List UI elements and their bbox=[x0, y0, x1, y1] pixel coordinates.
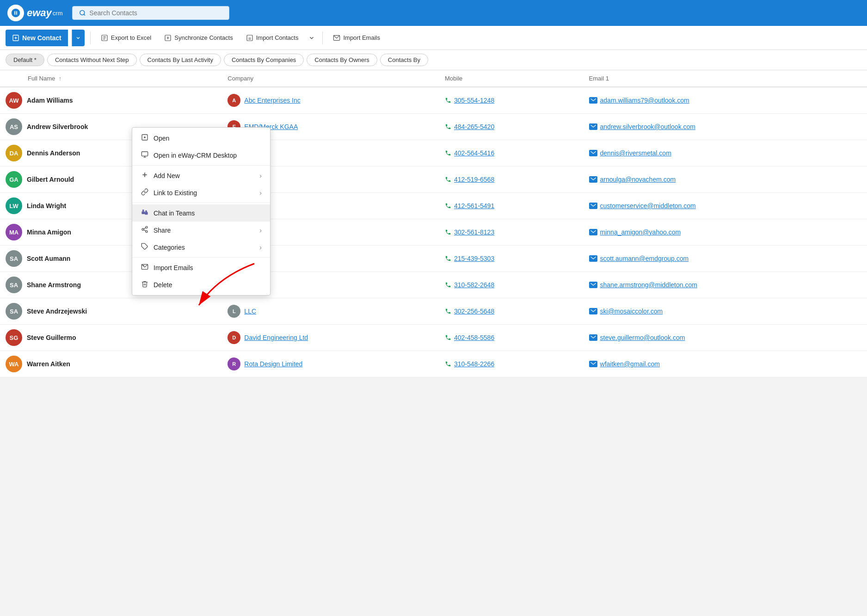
open-icon bbox=[141, 134, 149, 142]
phone-link[interactable]: 402-564-5416 bbox=[454, 149, 494, 157]
phone-link[interactable]: 215-439-5303 bbox=[454, 255, 494, 262]
phone-cell: 310-582-2648 bbox=[439, 272, 584, 298]
desktop-icon bbox=[141, 151, 149, 160]
email-icon bbox=[589, 308, 597, 314]
email-link[interactable]: minna_amigon@yahoo.com bbox=[600, 228, 681, 236]
phone-link[interactable]: 305-554-1248 bbox=[454, 97, 494, 104]
ctx-link-existing[interactable]: Link to Existing › bbox=[132, 184, 270, 201]
email-link[interactable]: adam.williams79@outlook.com bbox=[600, 97, 689, 104]
export-excel-button[interactable]: Export to Excel bbox=[96, 31, 156, 44]
phone-icon bbox=[445, 97, 451, 104]
company-cell: L LLC bbox=[222, 298, 439, 325]
col-company[interactable]: Company bbox=[222, 70, 439, 87]
phone-link[interactable]: 412-519-6568 bbox=[454, 176, 494, 183]
phone-link[interactable]: 310-548-2266 bbox=[454, 360, 494, 368]
email-link[interactable]: wfaitken@gmail.com bbox=[600, 360, 660, 368]
tab-contacts-by-companies[interactable]: Contacts By Companies bbox=[224, 54, 304, 66]
phone-link[interactable]: 484-265-5420 bbox=[454, 123, 494, 130]
table-row[interactable]: SA Shane Armstrong L ls Inc 310-582-2648… bbox=[0, 272, 867, 298]
company-link[interactable]: Rota Design Limited bbox=[244, 360, 302, 368]
toolbar-more-button[interactable] bbox=[307, 32, 317, 44]
phone-link[interactable]: 402-458-5586 bbox=[454, 334, 494, 341]
company-link[interactable]: Abc Enterprises Inc bbox=[244, 97, 300, 104]
ctx-import-emails[interactable]: Import Emails bbox=[132, 259, 270, 276]
link-icon bbox=[141, 188, 149, 197]
table-row[interactable]: SA Steve Andrzejewski L LLC 302-256-5648… bbox=[0, 298, 867, 325]
table-row[interactable]: WA Warren Aitken R Rota Design Limited 3… bbox=[0, 351, 867, 377]
sync-contacts-button[interactable]: Synchronize Contacts bbox=[160, 31, 237, 44]
email-link[interactable]: dennis@riversmetal.com bbox=[600, 149, 671, 157]
header: eway crm bbox=[0, 0, 867, 26]
col-mobile[interactable]: Mobile bbox=[439, 70, 584, 87]
tab-contacts-by-last-activity[interactable]: Contacts By Last Activity bbox=[140, 54, 221, 66]
company-cell: D David Engineering Ltd bbox=[222, 325, 439, 351]
contact-name: Steve Guillermo bbox=[27, 334, 76, 341]
table-row[interactable]: DA Dennis Anderson 402-564-5416 dennis@r… bbox=[0, 140, 867, 166]
contact-name: Shane Armstrong bbox=[27, 281, 81, 289]
phone-cell: 412-519-6568 bbox=[439, 166, 584, 193]
table-row[interactable]: AS Andrew Silverbrook E EMD/Merck KGAA 4… bbox=[0, 114, 867, 140]
search-bar[interactable] bbox=[72, 6, 229, 20]
email-cell: shane.armstrong@middleton.com bbox=[584, 272, 867, 298]
phone-icon bbox=[445, 308, 451, 314]
email-link[interactable]: steve.guillermo@outlook.com bbox=[600, 334, 685, 341]
svg-line-30 bbox=[144, 228, 146, 229]
ctx-chat-teams[interactable]: Chat in Teams bbox=[132, 204, 270, 222]
email-link[interactable]: scott.aumann@emdgroup.com bbox=[600, 255, 689, 262]
contact-name: Scott Aumann bbox=[27, 255, 70, 262]
tab-contacts-by-owners[interactable]: Contacts By Owners bbox=[307, 54, 377, 66]
context-menu: Open Open in eWay-CRM Desktop Add New › … bbox=[132, 127, 271, 296]
table-row[interactable]: AW Adam Williams A Abc Enterprises Inc 3… bbox=[0, 87, 867, 114]
company-cell: A Abc Enterprises Inc bbox=[222, 87, 439, 114]
ctx-open-desktop[interactable]: Open in eWay-CRM Desktop bbox=[132, 147, 270, 164]
email-link[interactable]: ski@mosaiccolor.com bbox=[600, 308, 663, 315]
phone-link[interactable]: 302-256-5648 bbox=[454, 308, 494, 315]
email-link[interactable]: customerservice@middleton.com bbox=[600, 202, 696, 209]
table-row[interactable]: MA Minna Amigon 302-561-8123 minna_amigo… bbox=[0, 219, 867, 246]
import-contacts-button[interactable]: Import Contacts bbox=[241, 31, 303, 44]
company-icon: D bbox=[228, 331, 240, 344]
avatar: SA bbox=[6, 303, 22, 320]
phone-link[interactable]: 302-561-8123 bbox=[454, 228, 494, 236]
contact-name: Adam Williams bbox=[27, 97, 73, 104]
avatar: WA bbox=[6, 356, 22, 372]
table-row[interactable]: SG Steve Guillermo D David Engineering L… bbox=[0, 325, 867, 351]
ctx-delete[interactable]: Delete bbox=[132, 276, 270, 293]
name-cell: SG Steve Guillermo bbox=[0, 325, 222, 351]
company-link[interactable]: David Engineering Ltd bbox=[244, 334, 308, 341]
ctx-sep-1 bbox=[132, 165, 270, 166]
ctx-chat-teams-label: Chat in Teams bbox=[154, 209, 195, 217]
logo-crm: crm bbox=[53, 10, 63, 17]
phone-link[interactable]: 310-582-2648 bbox=[454, 281, 494, 289]
phone-icon bbox=[445, 361, 451, 367]
phone-link[interactable]: 412-561-5491 bbox=[454, 202, 494, 209]
ctx-open[interactable]: Open bbox=[132, 129, 270, 147]
tabs-bar: Default * Contacts Without Next Step Con… bbox=[0, 50, 867, 70]
phone-icon bbox=[445, 150, 451, 156]
col-email[interactable]: Email 1 bbox=[584, 70, 867, 87]
col-fullname[interactable]: Full Name ↑ bbox=[0, 70, 222, 87]
avatar: DA bbox=[6, 145, 22, 161]
ctx-share[interactable]: Share › bbox=[132, 222, 270, 239]
import-emails-button[interactable]: Import Emails bbox=[328, 31, 384, 44]
table-row[interactable]: SA Scott Aumann 215-439-5303 scott.auman… bbox=[0, 246, 867, 272]
contact-name: Minna Amigon bbox=[27, 228, 71, 236]
ctx-categories[interactable]: Categories › bbox=[132, 239, 270, 256]
email-link[interactable]: shane.armstrong@middleton.com bbox=[600, 281, 697, 289]
new-contact-button[interactable]: New Contact bbox=[6, 30, 68, 46]
ctx-share-chevron: › bbox=[259, 227, 262, 234]
table-row[interactable]: GA Gilbert Arnould 412-519-6568 arnoulga… bbox=[0, 166, 867, 193]
new-contact-caret-button[interactable] bbox=[72, 30, 85, 46]
table-row[interactable]: LW Linda Wright L ls Inc 412-561-5491 cu… bbox=[0, 193, 867, 219]
ctx-add-new[interactable]: Add New › bbox=[132, 167, 270, 184]
contact-name: Steve Andrzejewski bbox=[27, 308, 87, 315]
contacts-table: Full Name ↑ Company Mobile Email 1 AW Ad… bbox=[0, 70, 867, 377]
company-link[interactable]: LLC bbox=[244, 308, 256, 315]
tab-contacts-by[interactable]: Contacts By bbox=[380, 54, 428, 66]
ctx-categories-label: Categories bbox=[154, 244, 185, 251]
search-input[interactable] bbox=[89, 9, 222, 17]
email-link[interactable]: andrew.silverbrook@outlook.com bbox=[600, 123, 695, 130]
tab-default[interactable]: Default * bbox=[6, 54, 44, 66]
email-link[interactable]: arnoulga@novachem.com bbox=[600, 176, 676, 183]
tab-contacts-without-next-step[interactable]: Contacts Without Next Step bbox=[47, 54, 137, 66]
